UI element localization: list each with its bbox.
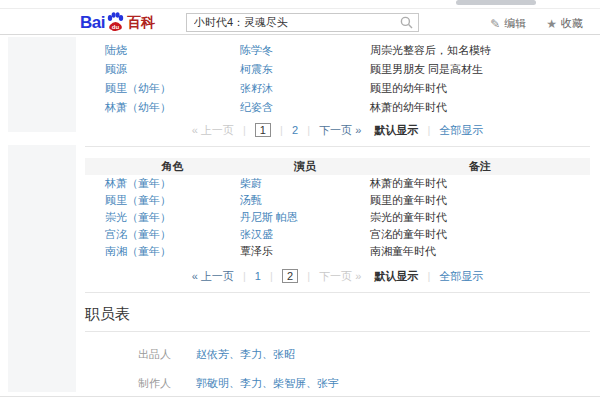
actor-text: 覃泽乐 <box>240 244 370 259</box>
pencil-icon: ✎ <box>490 17 500 31</box>
scrollbar-remnant[interactable] <box>456 0 536 5</box>
role-link[interactable]: 崇光（童年） <box>105 211 171 223</box>
table-row: 林萧（童年） 柴蔚 林萧的童年时代 <box>85 175 590 192</box>
note-text: 南湘童年时代 <box>370 244 590 259</box>
favorite-button[interactable]: ★ 收藏 <box>546 16 583 31</box>
page-1-current: 1 <box>255 123 271 137</box>
pagination-table2: « 上一页 | 1 | 2 | 下一页 » 默认显示 | 全部显示 <box>85 268 590 284</box>
actor-link[interactable]: 汤甄 <box>240 194 262 206</box>
role-link[interactable]: 顾源 <box>105 63 127 75</box>
table-row: 宫洺（童年） 张汉盛 宫洺的童年时代 <box>85 226 590 243</box>
favorite-label: 收藏 <box>561 16 583 31</box>
table-row: 陆烧 陈学冬 周崇光整容后，知名模特 <box>85 41 590 60</box>
table-header-row: 角色 演员 备注 <box>85 158 590 175</box>
main-content: 陆烧 陈学冬 周崇光整容后，知名模特 顾源 柯震东 顾里男朋友 同是高材生 顾里… <box>85 35 590 403</box>
prev-page-link: « 上一页 <box>192 124 234 136</box>
staff-names-link[interactable]: 赵依芳、李力、张昭 <box>196 348 295 360</box>
section-divider <box>85 292 590 293</box>
note-text: 宫洺的童年时代 <box>370 227 590 242</box>
search-icon[interactable] <box>400 16 413 29</box>
actor-link[interactable]: 陈学冬 <box>240 44 273 56</box>
page-1-link[interactable]: 1 <box>255 270 261 282</box>
note-text: 林萧的童年时代 <box>370 176 590 191</box>
page-2-current: 2 <box>282 269 298 283</box>
logo-du-text: du <box>112 24 120 30</box>
pagination-table1: « 上一页 | 1 | 2 | 下一页 » 默认显示 | 全部显示 <box>85 122 590 138</box>
table-row: 南湘（童年） 覃泽乐 南湘童年时代 <box>85 243 590 260</box>
actor-link[interactable]: 张汉盛 <box>240 228 273 240</box>
note-text: 林萧的幼年时代 <box>370 100 590 115</box>
actor-link[interactable]: 张籽沐 <box>240 82 273 94</box>
cast-table-page2: 角色 演员 备注 林萧（童年） 柴蔚 林萧的童年时代 顾里（童年） 汤甄 顾里的… <box>85 158 590 260</box>
baidu-baike-logo[interactable]: Bai du 百科 <box>80 12 155 34</box>
note-text: 顾里男朋友 同是高材生 <box>370 62 590 77</box>
role-link[interactable]: 林萧（幼年） <box>105 101 171 113</box>
edit-label: 编辑 <box>504 16 526 31</box>
staff-section-title: 职员表 <box>85 305 590 324</box>
table-row: 崇光（童年） 丹尼斯 帕恩 崇光的童年时代 <box>85 209 590 226</box>
note-text: 顾里的幼年时代 <box>370 81 590 96</box>
table-row: 林萧（幼年） 纪姿含 林萧的幼年时代 <box>85 98 590 117</box>
search-box <box>186 13 419 32</box>
logo-baike-text: 百科 <box>127 14 155 32</box>
column-header-actor: 演员 <box>240 159 370 174</box>
actor-link[interactable]: 柴蔚 <box>240 177 262 189</box>
left-gray-panel-top <box>8 37 76 132</box>
role-link[interactable]: 顾里（童年） <box>105 194 171 206</box>
header-actions: ✎ 编辑 ★ 收藏 <box>490 16 600 31</box>
show-all-link[interactable]: 全部显示 <box>439 124 483 136</box>
staff-label: 出品人 <box>138 347 193 361</box>
star-icon: ★ <box>546 17 557 31</box>
actor-link[interactable]: 丹尼斯 帕恩 <box>240 211 298 223</box>
column-header-note: 备注 <box>370 159 590 174</box>
page-2-link[interactable]: 2 <box>292 124 298 136</box>
show-all-link[interactable]: 全部显示 <box>439 270 483 282</box>
role-link[interactable]: 林萧（童年） <box>105 177 171 189</box>
role-link[interactable]: 南湘（童年） <box>105 245 171 257</box>
staff-row-producer: 出品人 赵依芳、李力、张昭 <box>85 347 590 361</box>
prev-page-link[interactable]: « 上一页 <box>192 270 234 282</box>
staff-names-link[interactable]: 郭敬明、李力、柴智屏、张宇 <box>196 377 339 389</box>
default-display-label: 默认显示 <box>374 270 418 282</box>
left-gray-panel-bottom <box>8 145 76 392</box>
actor-link[interactable]: 纪姿含 <box>240 101 273 113</box>
role-link[interactable]: 陆烧 <box>105 44 127 56</box>
next-page-link: 下一页 » <box>319 270 361 282</box>
logo-bai-text: Bai <box>80 13 105 33</box>
table-row: 顾里（幼年） 张籽沐 顾里的幼年时代 <box>85 79 590 98</box>
search-input[interactable] <box>187 17 400 29</box>
table-row: 顾里（童年） 汤甄 顾里的童年时代 <box>85 192 590 209</box>
note-text: 周崇光整容后，知名模特 <box>370 43 590 58</box>
bottom-divider <box>0 396 600 397</box>
role-link[interactable]: 宫洺（童年） <box>105 228 171 240</box>
title-underline <box>85 331 590 332</box>
table-row: 顾源 柯震东 顾里男朋友 同是高材生 <box>85 60 590 79</box>
note-text: 崇光的童年时代 <box>370 210 590 225</box>
staff-label: 制作人 <box>138 376 193 390</box>
note-text: 顾里的童年时代 <box>370 193 590 208</box>
section-divider <box>85 146 590 147</box>
next-page-link[interactable]: 下一页 » <box>319 124 361 136</box>
column-header-role: 角色 <box>105 159 240 174</box>
baidu-paw-icon: du <box>105 11 126 33</box>
default-display-label: 默认显示 <box>374 124 418 136</box>
edit-button[interactable]: ✎ 编辑 <box>490 16 526 31</box>
top-navbar: Bai du 百科 ✎ 编辑 ★ 收藏 <box>0 8 600 35</box>
actor-link[interactable]: 柯震东 <box>240 63 273 75</box>
staff-row-maker: 制作人 郭敬明、李力、柴智屏、张宇 <box>85 376 590 390</box>
cast-table-page1: 陆烧 陈学冬 周崇光整容后，知名模特 顾源 柯震东 顾里男朋友 同是高材生 顾里… <box>85 35 590 117</box>
role-link[interactable]: 顾里（幼年） <box>105 82 171 94</box>
